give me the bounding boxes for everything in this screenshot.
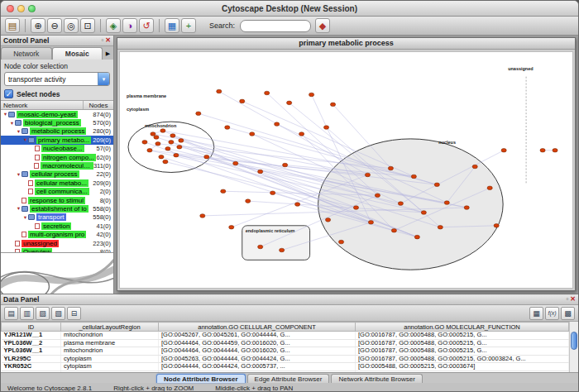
tree-item[interactable]: ▼mosaic-demo-yeast874(0) xyxy=(1,110,113,118)
network-node[interactable] xyxy=(353,206,358,210)
tree-item[interactable]: ▼biological_process570(0) xyxy=(1,118,113,127)
select-attributes-icon[interactable]: ▤ xyxy=(4,307,18,320)
network-node[interactable] xyxy=(154,136,159,140)
network-node[interactable] xyxy=(196,112,201,116)
tree-item[interactable]: ▼establishment of lo558(0) xyxy=(1,204,113,213)
matrix-icon[interactable]: ▦ xyxy=(529,307,543,320)
layout-icon[interactable]: ↺ xyxy=(139,18,154,33)
network-node[interactable] xyxy=(163,160,168,164)
network-node[interactable] xyxy=(258,245,263,249)
tree-item[interactable]: multi-organism pro42(0) xyxy=(1,230,113,238)
network-node[interactable] xyxy=(275,122,280,127)
search-input[interactable] xyxy=(240,20,311,32)
network-node[interactable] xyxy=(200,214,205,218)
function-builder-icon[interactable]: f(x) xyxy=(545,307,559,320)
tree-item[interactable]: ▼transport558(0) xyxy=(1,213,113,222)
network-node[interactable] xyxy=(169,141,174,145)
network-node[interactable] xyxy=(270,191,275,195)
network-node[interactable] xyxy=(553,148,557,152)
tree-column-network[interactable]: Network xyxy=(1,101,84,109)
tree-item[interactable]: ▼primary metabo...209(0) xyxy=(1,136,113,144)
network-node[interactable] xyxy=(170,134,175,138)
tab-mosaic[interactable]: Mosaic xyxy=(52,47,103,60)
table-row[interactable]: YDR039C__1mitochondrion[GO:0044464, GO:0… xyxy=(2,370,569,372)
select-nodes-checkbox[interactable]: ✓ xyxy=(4,89,13,98)
network-node[interactable] xyxy=(204,155,209,159)
column-header[interactable]: annotation.GO MOLECULAR_FUNCTION xyxy=(356,323,569,332)
tab-node-attribute-browser[interactable]: Node Attribute Browser xyxy=(156,374,246,383)
network-node[interactable] xyxy=(388,166,393,170)
tree-expander-icon[interactable]: ▼ xyxy=(22,215,28,220)
network-node[interactable] xyxy=(233,161,238,165)
tree-expander-icon[interactable]: ▼ xyxy=(9,121,15,126)
import-attributes-icon[interactable]: ▩ xyxy=(561,307,575,320)
network-node[interactable] xyxy=(177,146,182,150)
table-row[interactable]: YLR295Ccytoplasm[GO:0045263, GO:0044444,… xyxy=(2,355,569,363)
network-canvas[interactable]: plasma membranecytoplasmmitochondrionnuc… xyxy=(119,51,573,289)
network-node[interactable] xyxy=(229,225,234,229)
table-row[interactable]: YPL036W__2plasma membrane[GO:0044464, GO… xyxy=(2,339,569,347)
open-session-icon[interactable]: ▤ xyxy=(5,18,20,33)
network-node[interactable] xyxy=(365,173,370,177)
tree-item[interactable]: secretion41(0) xyxy=(1,222,113,230)
select-nodes-row[interactable]: ✓ Select nodes xyxy=(4,89,110,98)
network-canvas-svg[interactable]: plasma membranecytoplasmmitochondrionnuc… xyxy=(120,52,572,288)
network-node[interactable] xyxy=(375,194,380,198)
network-node[interactable] xyxy=(323,126,328,130)
float-panel-icon[interactable]: ▫ xyxy=(101,37,103,44)
plugin-manager-icon[interactable]: + xyxy=(181,18,196,33)
annotation-icon[interactable]: ▦ xyxy=(165,18,179,33)
trash-icon[interactable]: ⊟ xyxy=(67,307,81,320)
network-node[interactable] xyxy=(325,218,330,222)
network-node[interactable] xyxy=(368,221,373,225)
tab-edge-attribute-browser[interactable]: Edge Attribute Browser xyxy=(247,374,330,383)
network-node[interactable] xyxy=(398,202,403,206)
tree-item[interactable]: nucleobase...57(0) xyxy=(1,145,113,153)
network-node[interactable] xyxy=(391,228,396,232)
network-node[interactable] xyxy=(147,148,152,152)
network-node[interactable] xyxy=(179,139,184,143)
network-node[interactable] xyxy=(156,142,160,146)
new-attribute-icon[interactable]: ▨ xyxy=(36,307,50,320)
table-row[interactable]: YPL036W__1mitochondrion[GO:0044464, GO:0… xyxy=(2,347,569,356)
network-node[interactable] xyxy=(142,141,147,145)
network-node[interactable] xyxy=(287,101,292,105)
network-node[interactable] xyxy=(330,103,335,107)
network-node[interactable] xyxy=(265,91,270,95)
advanced-search-icon[interactable]: ◆ xyxy=(315,18,330,33)
zoom-selected-icon[interactable]: ◎ xyxy=(64,18,79,33)
network-edge[interactable] xyxy=(219,92,368,175)
delete-attribute-icon[interactable]: ▧ xyxy=(51,307,65,320)
network-node[interactable] xyxy=(221,189,226,194)
network-node[interactable] xyxy=(246,199,251,203)
tree-item[interactable]: macromolecule...311(0) xyxy=(1,161,113,170)
column-header[interactable]: annotation.GO CELLULAR_COMPONENT xyxy=(159,323,356,332)
zoom-fit-icon[interactable]: ⊡ xyxy=(80,18,95,33)
tree-item[interactable]: response to stimul8(0) xyxy=(1,196,113,204)
network-window-title[interactable]: primary metabolic process xyxy=(117,38,575,50)
network-node[interactable] xyxy=(438,225,443,229)
network-node[interactable] xyxy=(250,132,255,136)
table-scrollbar[interactable] xyxy=(569,322,578,372)
network-node[interactable] xyxy=(434,183,439,187)
tree-item[interactable]: nitrogen compo...62(0) xyxy=(1,153,113,161)
zoom-out-icon[interactable]: ⊖ xyxy=(47,18,62,33)
network-node[interactable] xyxy=(160,129,165,133)
network-node[interactable] xyxy=(540,148,545,152)
network-node[interactable] xyxy=(258,170,263,174)
network-node[interactable] xyxy=(280,248,285,252)
network-node[interactable] xyxy=(494,224,499,228)
tree-item[interactable]: cell communica...2(0) xyxy=(1,188,113,196)
zoom-in-icon[interactable]: ⊕ xyxy=(31,18,45,33)
tab-network[interactable]: Network xyxy=(1,47,52,60)
vizmapper-icon[interactable]: ◑ xyxy=(122,18,137,33)
tab-network-attribute-browser[interactable]: Network Attribute Browser xyxy=(331,374,422,383)
network-node[interactable] xyxy=(411,174,416,179)
overview-thumbnail[interactable] xyxy=(1,252,113,294)
column-header[interactable]: _cellularLayoutRegion xyxy=(61,323,159,332)
network-node[interactable] xyxy=(225,126,230,130)
tree-expander-icon[interactable]: ▼ xyxy=(16,129,22,134)
network-node[interactable] xyxy=(338,240,343,244)
network-node[interactable] xyxy=(472,165,477,169)
table-row[interactable]: YJR121W__1mitochondrion[GO:0045267, GO:0… xyxy=(2,332,569,340)
